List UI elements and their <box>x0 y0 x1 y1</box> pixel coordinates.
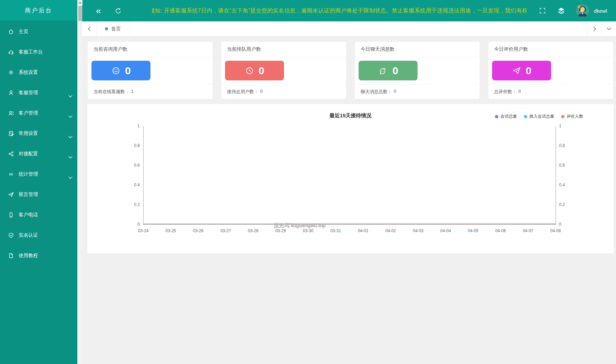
tabs-scroll-left-icon[interactable] <box>82 21 97 36</box>
legend-label: 接入会话总量 <box>529 114 554 119</box>
announcement-marquee: 须知: 开通客服系统7日内，请在“左下角”提交您的实名信息，逾期未认证的商户将处… <box>152 7 526 14</box>
x-tick: 03-31 <box>325 228 346 233</box>
card-today-ratings: 今日评价用户数 0 总评价数： 0 <box>488 41 614 99</box>
active-tab-dot <box>105 27 108 30</box>
tabs-menu-dropdown-icon[interactable] <box>602 21 616 36</box>
y-tick: 0 <box>559 222 561 227</box>
sidebar-item-realname-auth[interactable]: 实名认证 <box>0 225 77 245</box>
y-tick: 0.2 <box>559 202 565 207</box>
card-title: 今日聊天消息数 <box>355 42 480 57</box>
chart-legend: 会话总量 接入会话总量 评价人数 <box>495 114 583 119</box>
stat-button-messages[interactable]: 0 <box>359 61 418 80</box>
card-title: 今日评价用户数 <box>488 42 613 57</box>
sidebar-item-message-mgmt[interactable]: 留言管理 <box>0 184 77 205</box>
x-tick: 03-25 <box>160 228 181 233</box>
sidebar-item-integration-config[interactable]: 对接配置 <box>0 144 77 164</box>
stat-value: 0 <box>392 66 398 76</box>
x-tick: 03-30 <box>298 228 319 233</box>
stat-button-queue[interactable]: 0 <box>225 61 284 80</box>
refresh-icon[interactable] <box>115 7 122 14</box>
sidebar-item-system-settings[interactable]: 系统设置 <box>0 62 77 82</box>
phone-icon <box>8 212 14 218</box>
x-tick: 03-27 <box>215 228 236 233</box>
tab-home[interactable]: 首页 <box>97 21 129 36</box>
chevron-down-icon <box>68 95 72 98</box>
y-tick: 1 <box>137 124 140 128</box>
username[interactable]: dkewl <box>594 8 607 14</box>
sidebar-menu: 主页 客服工作台 系统设置 客服管理 <box>0 21 77 266</box>
card-footer-label: 接待总用户数： <box>227 89 258 95</box>
scrollbar-thumb[interactable] <box>78 6 82 21</box>
sidebar-item-home[interactable]: 主页 <box>0 21 77 42</box>
fullscreen-icon[interactable] <box>539 7 546 14</box>
sidebar-item-service-mgmt[interactable]: 客服管理 <box>0 82 77 103</box>
sidebar-item-label: 使用教程 <box>19 253 38 259</box>
card-footer-label: 总评价数： <box>494 89 517 95</box>
card-today-messages: 今日聊天消息数 0 聊天消息总数： 0 <box>354 41 480 99</box>
x-tick: 04-03 <box>408 228 429 233</box>
card-title: 当前咨询用户数 <box>88 42 213 57</box>
x-tick: 04-07 <box>518 228 538 233</box>
x-tick: 04-04 <box>435 228 456 233</box>
chevron-down-icon <box>68 136 72 138</box>
sidebar-item-label: 客户电话 <box>19 212 38 218</box>
tabs-scroll-right-icon[interactable] <box>587 21 602 36</box>
y-tick: 1 <box>559 124 561 128</box>
announcement-text: 须知: 开通客服系统7日内，请在“左下角”提交您的实名信息，逾期未认证的商户将处… <box>152 7 526 14</box>
legend-item-sessions[interactable]: 会话总量 <box>495 114 517 119</box>
stat-button-consult[interactable]: 0 <box>91 61 150 80</box>
sidebar-item-customer-phone[interactable]: 客户电话 <box>0 205 77 225</box>
x-axis-labels: 03-24 03-25 03-26 03-27 03-28 03-29 03-3… <box>133 228 566 233</box>
sidebar-item-customer-mgmt[interactable]: 客户管理 <box>0 103 77 123</box>
sidebar-scrollbar[interactable] <box>77 0 82 364</box>
stat-value: 0 <box>125 66 131 76</box>
card-footer-label: 当前在线客服数： <box>94 89 129 95</box>
left-axis-line <box>143 126 144 224</box>
legend-item-ratings[interactable]: 评价人数 <box>561 114 583 119</box>
sidebar-item-label: 对接配置 <box>19 151 38 157</box>
x-tick: 03-24 <box>133 228 154 233</box>
home-icon <box>8 29 14 35</box>
x-axis-line <box>143 224 556 225</box>
legend-dot <box>524 115 527 118</box>
gear-icon <box>8 69 14 76</box>
avatar[interactable] <box>576 4 589 17</box>
chevron-down-icon <box>68 115 72 118</box>
shield-check-icon <box>8 232 14 238</box>
paper-plane-icon <box>8 191 14 198</box>
layers-icon[interactable] <box>558 7 565 14</box>
legend-item-joined-sessions[interactable]: 接入会话总量 <box>524 114 554 119</box>
scrollbar-up-arrow[interactable] <box>78 0 82 5</box>
sidebar-item-label: 常用设置 <box>19 130 38 137</box>
y-tick: 0.8 <box>134 143 140 148</box>
document-icon <box>8 253 14 259</box>
watermark: 流光坞 liuguangwu.top <box>274 222 325 229</box>
card-title: 当前排队用户数 <box>221 42 346 57</box>
y-tick: 0.4 <box>559 183 565 187</box>
collapse-sidebar-icon[interactable]: « <box>96 6 101 15</box>
sidebar: 商户后台 主页 客服工作台 系统设置 客服管理 <box>0 0 77 364</box>
sidebar-item-tutorial[interactable]: 使用教程 <box>0 245 77 266</box>
sidebar-item-label: 实名认证 <box>19 232 38 238</box>
chevron-down-icon <box>68 176 72 179</box>
y-tick: 0 <box>137 222 140 227</box>
notebook-pencil-icon <box>8 130 14 137</box>
sidebar-item-label: 主页 <box>19 29 28 35</box>
x-tick: 04-05 <box>463 228 483 233</box>
main-content: 当前咨询用户数 0 当前在线客服数： 1 当前排队用户数 <box>82 37 616 364</box>
legend-dot <box>495 115 498 118</box>
x-tick: 04-02 <box>380 228 401 233</box>
zero-line-segment-right <box>286 223 556 224</box>
x-tick: 03-29 <box>270 228 291 233</box>
sidebar-item-common-settings[interactable]: 常用设置 <box>0 123 77 144</box>
user-icon <box>8 90 14 96</box>
stat-button-ratings[interactable]: 0 <box>492 61 551 80</box>
legend-dot <box>561 115 565 118</box>
sidebar-item-workbench[interactable]: 客服工作台 <box>0 42 77 62</box>
y-tick: 0.6 <box>134 163 140 168</box>
sidebar-item-label: 系统设置 <box>19 69 38 76</box>
card-footer-value: 1 <box>131 89 134 95</box>
chevron-down-icon <box>68 156 72 159</box>
users-icon <box>8 110 14 116</box>
sidebar-item-stats-mgmt[interactable]: ∞ 统计管理 <box>0 164 77 184</box>
